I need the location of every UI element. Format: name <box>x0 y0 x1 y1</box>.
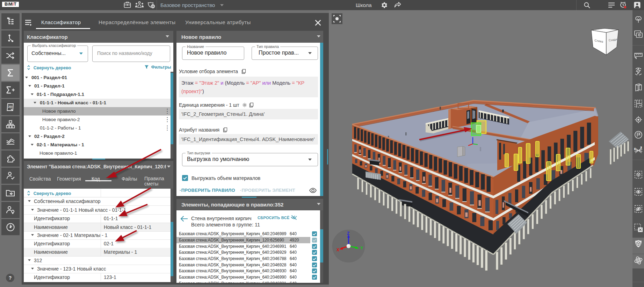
svg-text:Y: Y <box>360 246 363 251</box>
svg-text:2D: 2D <box>8 105 13 108</box>
svg-text:X: X <box>337 247 339 252</box>
svg-text:1: 1 <box>634 148 636 150</box>
svg-text:2: 2 <box>641 146 642 149</box>
svg-text:Z: Z <box>347 231 349 236</box>
